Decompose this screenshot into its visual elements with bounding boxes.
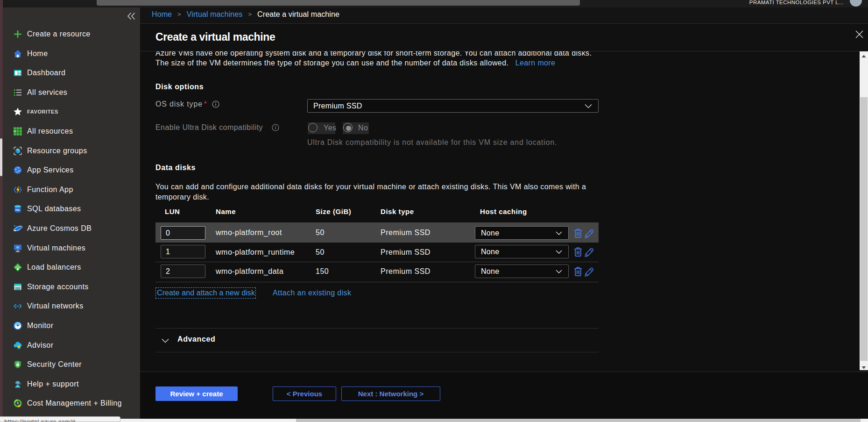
svg-text:$: $ <box>17 401 19 405</box>
svg-text:SQL: SQL <box>15 208 21 211</box>
